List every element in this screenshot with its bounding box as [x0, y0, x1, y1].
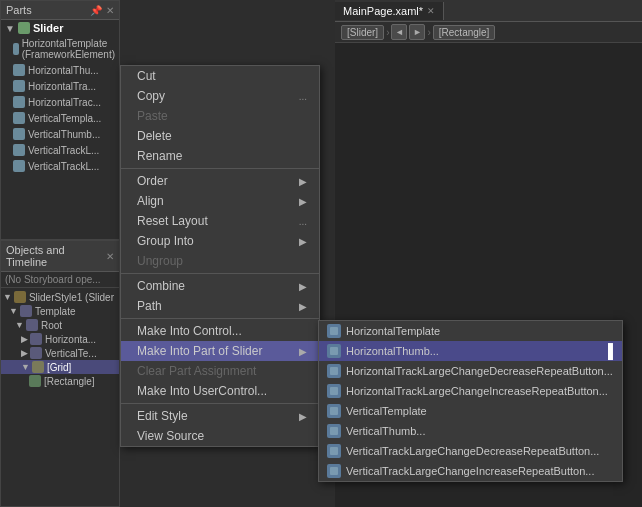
menu-item-cut[interactable]: Cut [121, 66, 319, 86]
menu-item-rename[interactable]: Rename [121, 146, 319, 166]
close-icon[interactable]: ✕ [106, 251, 114, 262]
objects-panel-header: Objects and Timeline ✕ [1, 241, 119, 272]
context-menu: Cut Copy ... Paste Delete Rename Order ▶… [120, 65, 320, 447]
menu-item-order[interactable]: Order ▶ [121, 171, 319, 191]
menu-item-group-into[interactable]: Group Into ▶ [121, 231, 319, 251]
grid-icon [32, 361, 44, 373]
menu-item-paste[interactable]: Paste [121, 106, 319, 126]
list-item[interactable]: ▼ Template [1, 304, 119, 318]
main-tab[interactable]: MainPage.xaml* ✕ [335, 2, 444, 20]
breadcrumb-bar: [Slider] › ◄ ► › [Rectangle] [335, 22, 642, 43]
part-icon [13, 160, 25, 172]
submenu-item[interactable]: HorizontalThumb... ▌ [319, 341, 622, 361]
delete-label: Delete [137, 129, 172, 143]
list-item[interactable]: ▶ Horizonta... [1, 332, 119, 346]
list-item[interactable]: HorizontalTrac... [1, 94, 119, 110]
cursor-indicator: ▌ [608, 343, 618, 359]
paste-label: Paste [137, 109, 168, 123]
tab-label: MainPage.xaml* [343, 5, 423, 17]
parts-panel-icons: 📌 ✕ [90, 5, 114, 16]
menu-item-view-source[interactable]: View Source [121, 426, 319, 446]
breadcrumb-sep: › [386, 27, 389, 38]
menu-item-clear-part[interactable]: Clear Part Assignment [121, 361, 319, 381]
menu-item-make-into-control[interactable]: Make Into Control... [121, 321, 319, 341]
combine-label: Combine [137, 279, 185, 293]
parts-list: ▼ Slider HorizontalTemplate (FrameworkEl… [1, 20, 119, 174]
edit-style-label: Edit Style [137, 409, 188, 423]
menu-item-make-into-part[interactable]: Make Into Part of Slider ▶ [121, 341, 319, 361]
submenu-item[interactable]: VerticalThumb... [319, 421, 622, 441]
clear-part-label: Clear Part Assignment [137, 364, 256, 378]
submenu-item[interactable]: HorizontalTemplate [319, 321, 622, 341]
part-icon [13, 112, 25, 124]
list-item[interactable]: VerticalTempla... [1, 110, 119, 126]
rename-label: Rename [137, 149, 182, 163]
submenu-item[interactable]: HorizontalTrackLargeChangeIncreaseRepeat… [319, 381, 622, 401]
order-label: Order [137, 174, 168, 188]
submenu-item[interactable]: VerticalTemplate [319, 401, 622, 421]
pin-icon[interactable]: 📌 [90, 5, 102, 16]
menu-item-delete[interactable]: Delete [121, 126, 319, 146]
breadcrumb-back-button[interactable]: ◄ [391, 24, 407, 40]
menu-item-edit-style[interactable]: Edit Style ▶ [121, 406, 319, 426]
element-icon [30, 333, 42, 345]
list-item[interactable]: HorizontalTra... [1, 78, 119, 94]
slider-item-icon [18, 22, 30, 34]
menu-item-copy[interactable]: Copy ... [121, 86, 319, 106]
submenu-make-into-part: HorizontalTemplate HorizontalThumb... ▌ … [318, 320, 623, 482]
part-icon [327, 464, 341, 478]
separator [121, 168, 319, 169]
list-item[interactable]: ▼ [Grid] [1, 360, 119, 374]
make-usercontrol-label: Make Into UserControl... [137, 384, 267, 398]
list-item[interactable]: ▶ VerticalTe... [1, 346, 119, 360]
breadcrumb-sep2: › [427, 27, 430, 38]
part-icon [13, 64, 25, 76]
menu-item-ungroup[interactable]: Ungroup [121, 251, 319, 271]
main-canvas [335, 43, 642, 59]
menu-item-combine[interactable]: Combine ▶ [121, 276, 319, 296]
submenu-item[interactable]: VerticalTrackLargeChangeDecreaseRepeatBu… [319, 441, 622, 461]
svg-rect-6 [330, 447, 338, 455]
svg-rect-4 [330, 407, 338, 415]
list-item[interactable]: VerticalTrackL... [1, 142, 119, 158]
breadcrumb-tag-rectangle: [Rectangle] [433, 25, 496, 40]
submenu-arrow: ▶ [299, 301, 307, 312]
submenu-item[interactable]: VerticalTrackLargeChangeIncreaseRepeatBu… [319, 461, 622, 481]
list-item[interactable]: VerticalThumb... [1, 126, 119, 142]
menu-item-align[interactable]: Align ▶ [121, 191, 319, 211]
breadcrumb-rectangle[interactable]: [Rectangle] [433, 25, 496, 40]
storyboard-status: (No Storyboard ope... [1, 272, 119, 288]
submenu-arrow: ▶ [299, 176, 307, 187]
element-icon [30, 347, 42, 359]
breadcrumb-slider[interactable]: [Slider] [341, 25, 384, 40]
svg-rect-2 [330, 367, 338, 375]
submenu-item[interactable]: HorizontalTrackLargeChangeDecreaseRepeat… [319, 361, 622, 381]
part-icon [327, 324, 341, 338]
breadcrumb-tag-slider: [Slider] [341, 25, 384, 40]
cut-label: Cut [137, 69, 156, 83]
parts-panel-title: Parts [6, 4, 32, 16]
list-item[interactable]: HorizontalTemplate (FrameworkElement) [1, 36, 119, 62]
part-icon [13, 96, 25, 108]
part-icon [13, 43, 19, 55]
submenu-arrow: ▶ [299, 346, 307, 357]
tab-close-icon[interactable]: ✕ [427, 6, 435, 16]
list-item[interactable]: ▼ SliderStyle1 (Slider [1, 290, 119, 304]
list-item[interactable]: [Rectangle] [1, 374, 119, 388]
svg-rect-0 [330, 327, 338, 335]
menu-item-reset-layout[interactable]: Reset Layout ... [121, 211, 319, 231]
part-icon [13, 128, 25, 140]
submenu-arrow: ▶ [299, 196, 307, 207]
breadcrumb-forward-button[interactable]: ► [409, 24, 425, 40]
list-item[interactable]: HorizontalThu... [1, 62, 119, 78]
list-item[interactable]: ▼ Slider [1, 20, 119, 36]
part-icon [327, 444, 341, 458]
path-label: Path [137, 299, 162, 313]
list-item[interactable]: ▼ Root [1, 318, 119, 332]
list-item[interactable]: VerticalTrackL... [1, 158, 119, 174]
menu-item-make-usercontrol[interactable]: Make Into UserControl... [121, 381, 319, 401]
close-icon[interactable]: ✕ [106, 5, 114, 16]
menu-item-path[interactable]: Path ▶ [121, 296, 319, 316]
make-control-label: Make Into Control... [137, 324, 242, 338]
separator [121, 318, 319, 319]
